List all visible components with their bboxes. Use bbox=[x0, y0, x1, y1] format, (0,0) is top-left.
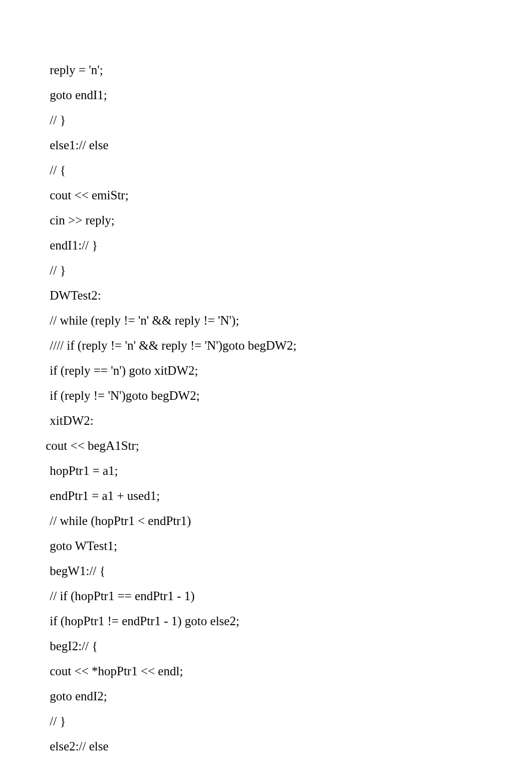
code-line: reply = 'n'; bbox=[47, 58, 497, 83]
code-line: // while (reply != 'n' && reply != 'N'); bbox=[47, 308, 497, 333]
code-line: goto WTest1; bbox=[47, 534, 497, 559]
code-line: // } bbox=[47, 108, 497, 133]
code-line: // } bbox=[47, 709, 497, 734]
code-line: // { bbox=[47, 158, 497, 183]
code-line: hopPtr1 = a1; bbox=[47, 458, 497, 483]
code-line: if (reply != 'N')goto begDW2; bbox=[47, 383, 497, 408]
code-line: // } bbox=[47, 258, 497, 283]
document-page: reply = 'n'; goto endI1; // } else1:// e… bbox=[0, 0, 532, 782]
code-line: endI1:// } bbox=[47, 233, 497, 258]
code-line: goto endI2; bbox=[47, 684, 497, 709]
code-line: if (reply == 'n') goto xitDW2; bbox=[47, 358, 497, 383]
code-line: //// if (reply != 'n' && reply != 'N')go… bbox=[47, 333, 497, 358]
code-line: // while (hopPtr1 < endPtr1) bbox=[47, 508, 497, 534]
code-line: else1:// else bbox=[47, 133, 497, 158]
code-line: if (hopPtr1 != endPtr1 - 1) goto else2; bbox=[47, 609, 497, 634]
code-line: DWTest2: bbox=[47, 283, 497, 308]
code-line: cout << begA1Str; bbox=[43, 433, 497, 458]
code-line: endPtr1 = a1 + used1; bbox=[47, 483, 497, 508]
code-line: cout << *hopPtr1 << endl; bbox=[47, 659, 497, 684]
code-line: begI2:// { bbox=[47, 634, 497, 659]
code-line: else2:// else bbox=[47, 734, 497, 759]
code-line: cout << emiStr; bbox=[47, 183, 497, 208]
code-line: cin >> reply; bbox=[47, 208, 497, 233]
code-line: begW1:// { bbox=[47, 559, 497, 584]
code-line: xitDW2: bbox=[47, 408, 497, 433]
code-line: goto endI1; bbox=[47, 83, 497, 108]
code-line: // if (hopPtr1 == endPtr1 - 1) bbox=[47, 584, 497, 609]
